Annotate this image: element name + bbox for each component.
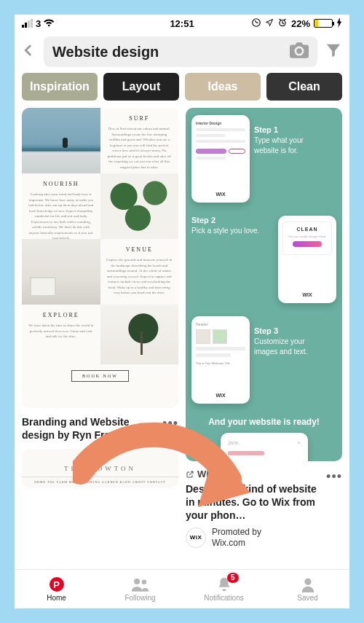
pin-bowton[interactable]: ✿ THE BOWTON HOME THE FARM MENU BOOKING … xyxy=(22,449,178,488)
back-button[interactable] xyxy=(22,42,36,62)
pin2-link[interactable]: Wix.com xyxy=(186,469,322,479)
wifi-icon xyxy=(44,19,55,28)
battery-pct: 22% xyxy=(291,18,310,29)
wix-step1-text: Type what your website is for. xyxy=(254,136,325,155)
promoted-by-label: Promoted by xyxy=(212,527,261,538)
wix-ready-phone: Jane.≡ xyxy=(221,433,308,461)
pin3-nav: HOME THE FARM MENU BOOKING GARDEN BARN A… xyxy=(22,477,178,484)
feed-col-right: Interior Design WiX Step 1 Type wh xyxy=(186,108,342,569)
wix-avatar: WiX xyxy=(186,528,206,548)
wix-step3-phone: Header This is Your Welcome Title WiX xyxy=(191,316,250,404)
pin1-meta: Branding and Website design by Ryn Frank… xyxy=(22,415,178,442)
wix-step3-heading: Step 3 xyxy=(254,326,325,335)
pin1-venue-text: VENUE Explore the grounds and immerse yo… xyxy=(100,239,179,305)
pin1-nourish-heading: NOURISH xyxy=(28,181,95,187)
charging-icon xyxy=(336,17,342,30)
pin1-surf-image xyxy=(22,108,100,173)
tab-following[interactable]: Following xyxy=(98,570,182,608)
notification-badge: 5 xyxy=(227,573,239,583)
pin2-link-text: Wix.com xyxy=(197,469,236,479)
status-left: 3 xyxy=(22,18,170,29)
search-box[interactable]: Website design xyxy=(44,36,317,67)
pin1-more-button[interactable]: ••• xyxy=(162,415,178,430)
pinterest-logo-icon: P xyxy=(50,577,64,592)
wix-step2-phone: CLEAN You can easily change it later WiX xyxy=(278,216,336,303)
wix-step1-phone: Interior Design WiX xyxy=(191,115,250,203)
phone-frame: 3 12:51 22% Web xyxy=(15,15,349,608)
pin1-venue-image xyxy=(22,239,100,305)
alarm-icon xyxy=(277,17,288,30)
pin2-title[interactable]: Design any kind of website in minutes. G… xyxy=(186,482,322,522)
profile-icon xyxy=(300,576,316,592)
pin-branding-website[interactable]: SURF Here at Surf retreat our values and… xyxy=(22,108,178,408)
wix-brand-label: WiX xyxy=(196,192,245,197)
tab-home[interactable]: P Home xyxy=(15,570,98,608)
pin2-more-button[interactable]: ••• xyxy=(326,469,342,483)
carrier-label: 3 xyxy=(36,18,41,29)
battery-icon xyxy=(314,19,333,28)
filter-ideas[interactable]: Ideas xyxy=(185,73,261,101)
filter-inspiration[interactable]: Inspiration xyxy=(22,73,98,101)
pin1-explore-text: EXPLORE We have taken the time to show t… xyxy=(22,305,100,364)
status-bar: 3 12:51 22% xyxy=(15,15,349,32)
pin-feed[interactable]: SURF Here at Surf retreat our values and… xyxy=(15,108,349,569)
svg-point-3 xyxy=(141,580,146,585)
search-input[interactable]: Website design xyxy=(52,44,290,60)
wix-brand-label: WiX xyxy=(196,393,245,398)
tab-saved[interactable]: Saved xyxy=(266,570,349,608)
pin-wix-ad[interactable]: Interior Design WiX Step 1 Type wh xyxy=(186,108,342,461)
promoter-name: Wix.com xyxy=(212,538,261,549)
tab-bar: P Home Following 5 Notifications Saved xyxy=(15,569,349,608)
pin2-meta: Wix.com Design any kind of website in mi… xyxy=(186,469,342,549)
wix-step-1: Interior Design WiX Step 1 Type wh xyxy=(191,115,336,203)
external-link-icon xyxy=(186,470,194,479)
signal-bars-icon xyxy=(22,20,33,28)
tab-notifications[interactable]: 5 Notifications xyxy=(182,570,266,608)
pin1-palm-image xyxy=(100,305,179,364)
pin1-surf-heading: SURF xyxy=(106,115,173,122)
search-row: Website design xyxy=(15,32,349,73)
pin1-food-image xyxy=(100,173,179,239)
wix-step1-heading: Step 1 xyxy=(254,125,325,134)
pin1-book-button: BOOK NOW xyxy=(71,370,129,382)
pin3-logo-icon: ✿ xyxy=(22,453,178,463)
wix-step-3: Header This is Your Welcome Title WiX St… xyxy=(191,316,336,404)
wix-step2-heading: Step 2 xyxy=(191,216,259,224)
camera-icon[interactable] xyxy=(290,42,309,61)
svg-point-2 xyxy=(134,579,140,584)
feed-col-left: SURF Here at Surf retreat our values and… xyxy=(22,108,178,569)
pin2-promoted: WiX Promoted by Wix.com xyxy=(186,527,322,549)
pin1-title[interactable]: Branding and Website design by Ryn Frank… xyxy=(22,415,158,442)
following-icon xyxy=(131,576,150,592)
svg-point-4 xyxy=(304,579,311,585)
tab-notifications-label: Notifications xyxy=(204,594,243,602)
pin1-book-row: BOOK NOW xyxy=(22,364,178,408)
pin1-venue-heading: VENUE xyxy=(106,246,173,253)
filter-icon[interactable] xyxy=(325,42,342,61)
tab-home-label: Home xyxy=(47,594,66,602)
filter-layout[interactable]: Layout xyxy=(103,73,179,101)
pin1-nourish-text: NOURISH Looking after your mind and body… xyxy=(22,173,100,239)
pin3-logo-text: THE BOWTON xyxy=(22,465,178,472)
filter-pills: Inspiration Layout Ideas Clean xyxy=(15,73,349,108)
clock: 12:51 xyxy=(170,18,194,29)
wix-step-2: Step 2 Pick a style you love. CLEAN You … xyxy=(191,216,336,303)
wix-brand-label: WiX xyxy=(282,292,332,297)
rotation-lock-icon xyxy=(251,17,261,30)
tab-following-label: Following xyxy=(124,594,155,602)
wix-ready-text: And your website is ready! xyxy=(191,417,336,427)
wix-step2-text: Pick a style you love. xyxy=(191,226,259,236)
wix-clean-label: CLEAN xyxy=(288,227,327,232)
filter-clean[interactable]: Clean xyxy=(266,73,342,101)
pin1-explore-heading: EXPLORE xyxy=(28,312,95,318)
location-icon xyxy=(265,18,274,29)
pin1-surf-text: SURF Here at Surf retreat our values and… xyxy=(100,108,179,173)
status-right: 22% xyxy=(194,17,342,30)
tab-saved-label: Saved xyxy=(297,594,317,602)
wix-step3-text: Customize your images and text. xyxy=(254,337,325,356)
